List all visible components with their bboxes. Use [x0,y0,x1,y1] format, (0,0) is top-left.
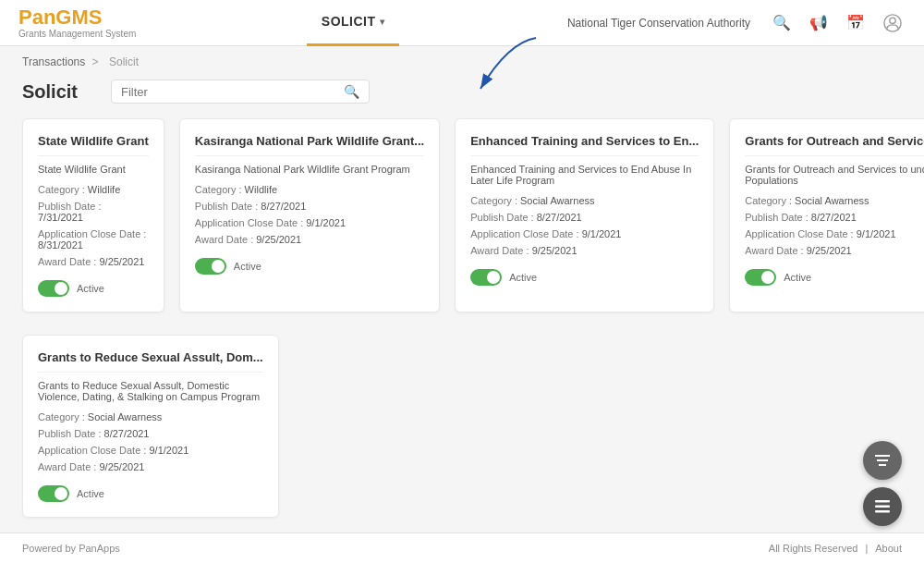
card-close-date: Application Close Date : 8/31/2021 [38,228,149,251]
nav-item-label: SOLICIT [322,14,376,29]
card-close-date: Application Close Date : 9/1/2021 [470,228,699,239]
notifications-button[interactable]: 📢 [806,10,832,36]
breadcrumb: Transactions > Solicit [0,46,924,72]
breadcrumb-current: Solicit [109,55,139,68]
card-publish-date: Publish Date : 8/27/2021 [195,201,424,212]
card-subtitle: Grants for Outreach and Services to unde… [745,164,924,186]
header-right: National Tiger Conservation Authority 🔍 … [567,10,906,36]
card-category: Category : Social Awarness [470,195,699,206]
card-subtitle: Enhanced Training and Services to End Ab… [470,164,699,186]
page-title: Solicit [22,81,96,103]
filter-input[interactable] [121,85,338,99]
card-award-date: Award Date : 9/25/2021 [195,234,424,245]
card-subtitle: State Wildlife Grant [38,164,149,175]
card-toggle-row: Active [470,269,699,286]
active-label: Active [234,261,261,272]
logo-gms: GMS [55,6,102,29]
card-close-date: Application Close Date : 9/1/2021 [745,228,924,239]
card-publish-date: Publish Date : 7/31/2021 [38,201,149,223]
active-label: Active [784,272,811,283]
card-award-date: Award Date : 9/25/2021 [745,245,924,256]
card-toggle-row: Active [745,269,924,286]
card-title: Kasiranga National Park Wildlife Grant..… [195,134,424,156]
search-button[interactable]: 🔍 [769,10,795,36]
card-award-date: Award Date : 9/25/2021 [470,245,699,256]
svg-rect-8 [875,510,890,513]
footer-about-link[interactable]: About [875,543,902,554]
list-icon [873,497,892,516]
card-toggle-row: Active [38,280,149,297]
grant-card[interactable]: Enhanced Training and Services to En... … [455,118,714,312]
active-label: Active [77,283,104,294]
card-award-date: Award Date : 9/25/2021 [38,256,149,267]
svg-rect-7 [875,506,890,508]
filter-icon [873,451,892,470]
active-label: Active [509,272,537,283]
card-title: Grants for Outreach and Services to u... [745,134,924,156]
card-subtitle: Grants to Reduce Sexual Assult, Domestic… [38,380,263,402]
solicit-nav-item[interactable]: SOLICIT ▾ [307,0,399,46]
cards-grid-bottom: Grants to Reduce Sexual Assult, Dom... G… [0,335,924,532]
card-toggle-row: Active [195,258,424,275]
card-publish-date: Publish Date : 8/27/2021 [38,428,263,439]
calendar-button[interactable]: 📅 [843,10,869,36]
active-toggle[interactable] [38,280,69,297]
filter-bar: 🔍 [111,80,370,104]
card-publish-date: Publish Date : 8/27/2021 [745,212,924,223]
logo: PanGMS Grants Management System [18,6,139,39]
footer-separator: | [865,543,868,554]
nav-chevron-icon: ▾ [380,17,385,27]
card-subtitle: Kasiranga National Park Wildlife Grant P… [195,164,424,175]
grant-card[interactable]: Grants for Outreach and Services to u...… [729,118,924,312]
card-title: Grants to Reduce Sexual Assult, Dom... [38,350,263,373]
card-title: Enhanced Training and Services to En... [470,134,699,156]
header: PanGMS Grants Management System SOLICIT … [0,0,924,46]
footer-rights: All Rights Reserved [769,543,858,554]
logo-subtitle: Grants Management System [18,29,139,39]
card-close-date: Application Close Date : 9/1/2021 [195,217,424,228]
active-label: Active [77,488,104,499]
card-publish-date: Publish Date : 8/27/2021 [470,212,699,223]
list-fab-button[interactable] [863,487,902,526]
card-close-date: Application Close Date : 9/1/2021 [38,445,263,456]
cards-grid-top: State Wildlife Grant State Wildlife Gran… [0,118,924,335]
card-award-date: Award Date : 9/25/2021 [38,461,263,472]
filter-search-icon: 🔍 [344,84,359,99]
svg-point-1 [890,18,895,23]
active-toggle[interactable] [745,269,776,286]
card-toggle-row: Active [38,485,263,502]
svg-rect-6 [875,500,890,503]
card-category: Category : Social Awarness [745,195,924,206]
footer-right: All Rights Reserved | About [769,543,902,554]
breadcrumb-separator: > [92,55,99,68]
grant-card[interactable]: Kasiranga National Park Wildlife Grant..… [179,118,440,312]
logo-pan: Pan [18,6,55,29]
active-toggle[interactable] [470,269,502,286]
logo-text: PanGMS [18,6,139,29]
org-name: National Tiger Conservation Authority [567,17,750,30]
fab-container [863,441,902,526]
active-toggle[interactable] [195,258,226,275]
main-content: State Wildlife Grant State Wildlife Gran… [0,118,924,563]
main-nav: SOLICIT ▾ [139,0,567,46]
user-icon [883,13,902,33]
active-toggle[interactable] [38,485,69,502]
card-title: State Wildlife Grant [38,134,149,156]
card-category: Category : Social Awarness [38,411,263,422]
card-category: Category : Wildlife [38,184,149,195]
card-category: Category : Wildlife [195,184,424,195]
filter-fab-button[interactable] [863,441,902,480]
user-profile-button[interactable] [880,10,906,36]
footer: Powered by PanApps All Rights Reserved |… [0,532,924,563]
footer-powered-by: Powered by PanApps [22,543,120,554]
grant-card[interactable]: Grants to Reduce Sexual Assult, Dom... G… [22,335,279,518]
grant-card[interactable]: State Wildlife Grant State Wildlife Gran… [22,118,164,312]
breadcrumb-parent[interactable]: Transactions [22,55,85,68]
page-header: Solicit 🔍 [0,72,924,118]
